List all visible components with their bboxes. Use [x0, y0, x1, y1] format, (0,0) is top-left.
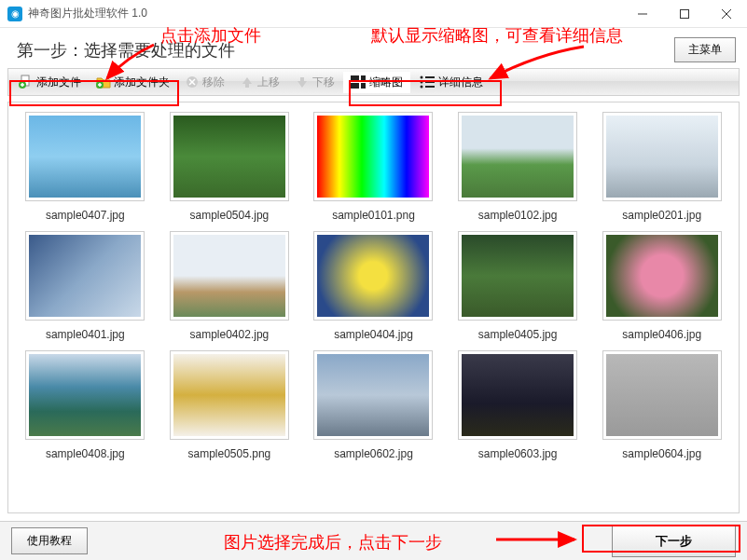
add-file-label: 添加文件: [36, 75, 81, 90]
thumbnail-item[interactable]: sample0406.jpg: [596, 231, 727, 341]
main-menu-button[interactable]: 主菜单: [674, 37, 736, 62]
arrow-up-icon: [240, 75, 255, 89]
thumbnail-image: [170, 112, 289, 201]
thumbnail-image: [602, 350, 722, 440]
thumbnail-view-button[interactable]: 缩略图: [343, 72, 410, 93]
thumbnail-label: sample0604.jpg: [622, 447, 701, 460]
thumbnail-item[interactable]: sample0505.png: [164, 350, 296, 460]
app-icon: ◉: [7, 7, 22, 21]
thumbnail-label: sample0102.jpg: [478, 209, 558, 222]
remove-label: 移除: [202, 75, 225, 90]
thumbnail-item[interactable]: sample0604.jpg: [596, 350, 727, 460]
thumbnail-image: [25, 112, 145, 201]
svg-point-18: [421, 76, 423, 79]
thumbnail-image: [602, 112, 722, 201]
thumbnail-item[interactable]: sample0402.jpg: [164, 231, 296, 341]
thumbnail-item[interactable]: sample0603.jpg: [452, 350, 584, 460]
titlebar: ◉ 神奇图片批处理软件 1.0: [0, 0, 747, 28]
svg-rect-15: [361, 75, 366, 81]
arrow-down-icon: [295, 75, 310, 89]
thumbnail-label: sample0407.jpg: [46, 209, 125, 222]
thumbnail-image: [602, 231, 722, 321]
svg-rect-17: [361, 83, 366, 89]
svg-rect-1: [680, 9, 688, 18]
thumbnail-label: sample0603.jpg: [478, 447, 558, 460]
thumbnail-item[interactable]: sample0602.jpg: [308, 350, 439, 460]
move-up-button[interactable]: 上移: [233, 71, 286, 94]
thumbnail-label: sample0101.png: [332, 209, 415, 222]
thumbnail-item[interactable]: sample0408.jpg: [20, 350, 151, 460]
detail-view-button[interactable]: 详细信息: [412, 72, 491, 93]
thumbnail-label: sample0406.jpg: [622, 328, 701, 341]
thumbnail-icon: [351, 75, 366, 89]
thumbnail-label: sample0505.png: [188, 447, 271, 460]
svg-rect-14: [351, 75, 359, 81]
thumbnail-image: [458, 112, 577, 201]
add-file-icon: [19, 75, 34, 89]
move-down-button[interactable]: 下移: [288, 71, 341, 94]
detail-label: 详细信息: [438, 75, 483, 90]
add-file-button[interactable]: 添加文件: [12, 71, 88, 94]
thumbnail-label: sample0405.jpg: [478, 328, 558, 341]
thumbnail-item[interactable]: sample0504.jpg: [164, 112, 296, 222]
maximize-button[interactable]: [663, 0, 705, 27]
svg-point-20: [421, 81, 423, 84]
minimize-button[interactable]: [621, 0, 663, 27]
thumbnail-label: sample0402.jpg: [190, 328, 270, 341]
thumbnail-label: sample0408.jpg: [46, 447, 125, 460]
thumbnail-label: 缩略图: [369, 75, 403, 90]
thumbnail-image: [170, 231, 289, 321]
thumbnail-label: sample0401.jpg: [46, 328, 125, 341]
file-grid-area[interactable]: sample0407.jpgsample0504.jpgsample0101.p…: [7, 102, 740, 513]
list-icon: [420, 75, 435, 89]
add-folder-button[interactable]: 添加文件夹: [90, 71, 176, 94]
tutorial-button[interactable]: 使用教程: [11, 527, 88, 554]
remove-button[interactable]: 移除: [178, 71, 231, 94]
thumbnail-item[interactable]: sample0404.jpg: [308, 231, 439, 341]
thumbnail-item[interactable]: sample0405.jpg: [452, 231, 584, 341]
step-title: 第一步：选择需要处理的文件: [17, 39, 235, 61]
thumbnail-label: sample0504.jpg: [190, 209, 270, 222]
thumbnail-label: sample0602.jpg: [334, 447, 413, 460]
add-folder-icon: [96, 75, 111, 89]
svg-rect-19: [425, 76, 435, 78]
thumbnail-label: sample0201.jpg: [622, 209, 701, 222]
footer: 使用教程 下一步: [0, 521, 747, 560]
add-folder-label: 添加文件夹: [114, 75, 170, 90]
svg-rect-16: [351, 83, 359, 89]
thumbnail-image: [313, 231, 433, 321]
move-down-label: 下移: [312, 75, 335, 90]
remove-icon: [185, 75, 200, 89]
thumbnail-image: [458, 350, 577, 440]
move-up-label: 上移: [257, 75, 280, 90]
toolbar: 添加文件 添加文件夹 移除 上移 下移 缩略图 详细信息: [7, 68, 740, 96]
thumbnail-image: [25, 350, 145, 440]
window-title: 神奇图片批处理软件 1.0: [28, 6, 147, 21]
thumbnail-label: sample0404.jpg: [334, 328, 413, 341]
thumbnail-item[interactable]: sample0201.jpg: [596, 112, 727, 222]
close-button[interactable]: [705, 0, 747, 27]
thumbnail-image: [458, 231, 577, 321]
thumbnail-item[interactable]: sample0401.jpg: [20, 231, 151, 341]
thumbnail-item[interactable]: sample0101.png: [308, 112, 439, 222]
thumbnail-image: [313, 112, 433, 201]
thumbnail-image: [170, 350, 289, 440]
next-button[interactable]: 下一步: [612, 526, 736, 557]
thumbnail-image: [25, 231, 145, 321]
thumbnail-item[interactable]: sample0102.jpg: [452, 112, 584, 222]
step-header: 第一步：选择需要处理的文件 主菜单: [0, 28, 747, 68]
svg-rect-23: [425, 86, 435, 88]
thumbnail-image: [313, 350, 433, 440]
thumbnail-item[interactable]: sample0407.jpg: [20, 112, 151, 222]
svg-rect-21: [425, 81, 435, 83]
svg-point-22: [421, 86, 423, 89]
